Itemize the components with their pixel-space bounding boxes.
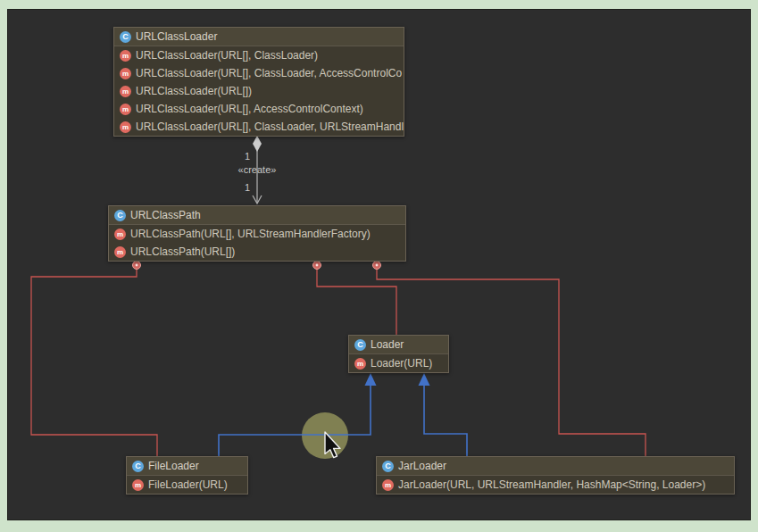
class-name: JarLoader	[398, 460, 446, 472]
method-signature: URLClassLoader(URL[], ClassLoader, Acces…	[136, 67, 402, 79]
create-edge-label: «create»	[230, 164, 284, 176]
method-icon: m	[120, 104, 131, 115]
method-row[interactable]: m URLClassLoader(URL[])	[114, 82, 404, 100]
class-box-jarloader[interactable]: C JarLoader m JarLoader(URL, URLStreamHa…	[376, 456, 735, 495]
class-icon: C	[132, 461, 144, 472]
class-header[interactable]: C FileLoader	[127, 457, 247, 476]
multiplicity-source: 1	[237, 151, 250, 162]
method-row[interactable]: m FileLoader(URL)	[127, 476, 247, 494]
method-signature: URLClassPath(URL[], URLStreamHandlerFact…	[130, 228, 371, 240]
method-signature: FileLoader(URL)	[148, 478, 228, 491]
method-icon: m	[382, 479, 394, 491]
method-row[interactable]: m Loader(URL)	[349, 354, 448, 372]
method-signature: JarLoader(URL, URLStreamHandler, HashMap…	[398, 478, 705, 491]
method-icon: m	[120, 68, 131, 79]
method-row[interactable]: m URLClassLoader(URL[], AccessControlCon…	[114, 100, 404, 118]
class-box-loader[interactable]: C Loader m Loader(URL)	[348, 335, 449, 373]
class-icon: C	[114, 210, 126, 221]
class-icon: C	[354, 339, 366, 351]
class-name: FileLoader	[148, 460, 199, 472]
class-box-urlclasspath[interactable]: C URLClassPath m URLClassPath(URL[], URL…	[108, 205, 406, 262]
class-icon: C	[382, 461, 394, 472]
class-header[interactable]: C URLClassLoader	[114, 28, 404, 46]
method-row[interactable]: m JarLoader(URL, URLStreamHandler, HashM…	[377, 476, 734, 494]
class-box-urlclassloader[interactable]: C URLClassLoader m URLClassLoader(URL[],…	[113, 27, 404, 137]
method-row[interactable]: m URLClassLoader(URL[], ClassLoader)	[114, 46, 404, 64]
class-header[interactable]: C JarLoader	[377, 457, 734, 476]
class-icon: C	[120, 31, 131, 43]
uml-diagram-page: { "diagram": { "icons": { "class_letter"…	[0, 0, 758, 532]
multiplicity-target: 1	[237, 182, 250, 194]
method-row[interactable]: m URLClassLoader(URL[], ClassLoader, URL…	[114, 118, 404, 136]
class-header[interactable]: C URLClassPath	[109, 206, 405, 225]
method-row[interactable]: m URLClassPath(URL[])	[109, 243, 405, 261]
class-name: URLClassPath	[130, 209, 201, 221]
class-box-fileloader[interactable]: C FileLoader m FileLoader(URL)	[126, 456, 248, 495]
method-icon: m	[114, 229, 126, 240]
method-icon: m	[120, 50, 131, 62]
method-row[interactable]: m URLClassPath(URL[], URLStreamHandlerFa…	[109, 225, 405, 243]
method-row[interactable]: m URLClassLoader(URL[], ClassLoader, Acc…	[114, 64, 404, 82]
method-signature: URLClassLoader(URL[], ClassLoader, URLSt…	[136, 121, 404, 133]
method-icon: m	[114, 246, 126, 258]
method-signature: Loader(URL)	[371, 357, 432, 370]
class-name: Loader	[371, 338, 404, 351]
method-signature: URLClassPath(URL[])	[130, 245, 235, 258]
class-name: URLClassLoader	[136, 30, 217, 43]
class-header[interactable]: C Loader	[349, 336, 448, 354]
method-icon: m	[132, 479, 144, 491]
method-signature: URLClassLoader(URL[], AccessControlConte…	[136, 103, 363, 115]
method-icon: m	[354, 358, 366, 370]
method-icon: m	[120, 86, 131, 97]
method-signature: URLClassLoader(URL[])	[136, 85, 252, 97]
method-icon: m	[120, 121, 131, 133]
method-signature: URLClassLoader(URL[], ClassLoader)	[136, 49, 318, 62]
